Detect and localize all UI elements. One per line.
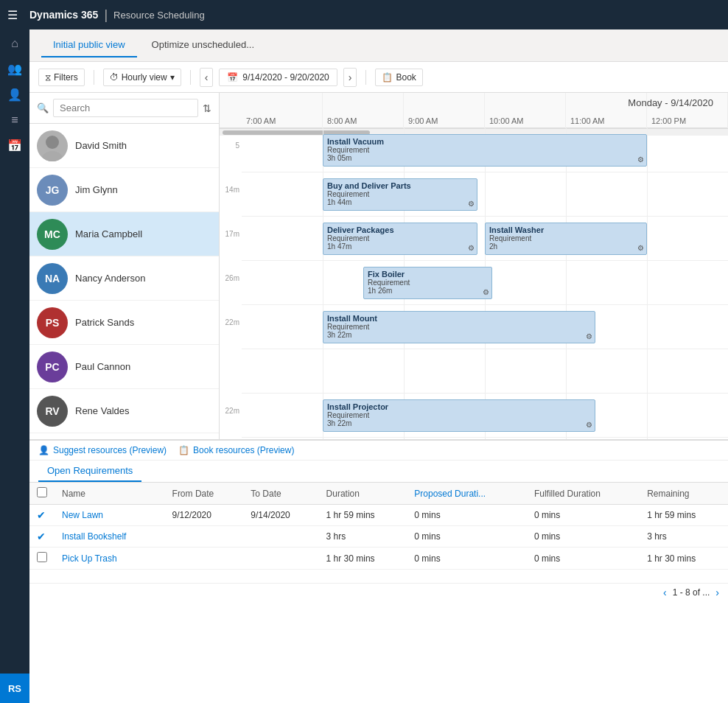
person-icon[interactable]: 👤 — [7, 88, 22, 102]
hamburger-icon[interactable]: ☰ — [7, 8, 18, 22]
next-date-button[interactable]: › — [343, 68, 357, 87]
resource-row[interactable]: PS Patrick Sands — [29, 301, 219, 345]
booking-card[interactable]: Install Mount Requirement 3h 22m ⚙ — [323, 311, 595, 343]
book-resources-icon: 📋 — [178, 445, 189, 455]
tab-initial-public-view[interactable]: Initial public view — [41, 33, 137, 57]
booking-settings-icon: ⚙ — [468, 244, 475, 252]
table-cell-fulfilled: 0 mins — [527, 526, 640, 548]
booking-card[interactable]: Install Vacuum Requirement 3h 05m ⚙ — [323, 134, 647, 167]
booking-sub: Requirement — [368, 279, 488, 287]
tab-optimize-unscheduled[interactable]: Optimize unscheduled... — [140, 33, 266, 57]
search-bar: 🔍 ⇅ — [29, 93, 219, 124]
bottom-actions: 👤 Suggest resources (Preview) 📋 Book res… — [29, 441, 728, 461]
table-cell-duration: 1 hr 59 mins — [319, 505, 407, 526]
table-header-fulfilled: Fulfilled Duration — [527, 483, 640, 505]
sidebar-icons: ⌂ 👥 👤 ≡ 📅 ⚙ — [0, 29, 29, 703]
filters-button[interactable]: ⧖ Filters — [38, 69, 85, 86]
table-cell-checkbox: ✔ — [29, 505, 55, 526]
resource-name: Patrick Sands — [75, 317, 134, 328]
time-slot-10am: 10:00 AM — [485, 93, 566, 128]
users-icon[interactable]: 👥 — [7, 62, 22, 76]
toolbar-divider3 — [365, 70, 366, 85]
booking-duration: 1h 44m — [327, 198, 473, 206]
avatar — [37, 130, 68, 161]
resource-row[interactable]: PC Paul Cannon — [29, 345, 219, 389]
resource-row[interactable]: David Smith — [29, 124, 219, 168]
rs-badge: RS — [0, 674, 29, 703]
prev-page-button[interactable]: ‹ — [663, 587, 667, 598]
calendar-range-icon: 📅 — [227, 72, 238, 83]
nav-divider: | — [104, 7, 108, 23]
booking-settings-icon: ⚙ — [637, 244, 644, 252]
table-header-checkbox — [29, 483, 55, 505]
booking-title: Fix Boiler — [368, 270, 488, 279]
row-checkbox[interactable] — [37, 552, 47, 562]
booking-card[interactable]: Fix Boiler Requirement 1h 26m ⚙ — [363, 267, 492, 299]
hourly-view-button[interactable]: ⏱ Hourly view ▾ — [103, 69, 181, 86]
table-cell-duration: 1 hr 30 mins — [319, 548, 407, 570]
table-cell-to — [243, 548, 318, 570]
next-page-button[interactable]: › — [715, 587, 719, 598]
booking-sub: Requirement — [327, 146, 643, 154]
avatar: NA — [37, 263, 68, 294]
checkmark-icon: ✔ — [37, 531, 46, 542]
booking-card[interactable]: Deliver Packages Requirement 1h 47m ⚙ — [323, 223, 477, 255]
resource-row[interactable]: NA Nancy Anderson — [29, 256, 219, 301]
requirement-link[interactable]: Install Bookshelf — [62, 531, 126, 542]
book-icon: 📋 — [382, 72, 393, 83]
requirement-link[interactable]: Pick Up Trash — [62, 553, 117, 564]
booking-duration: 3h 22m — [327, 331, 591, 339]
bottom-panel: 👤 Suggest resources (Preview) 📋 Book res… — [29, 439, 728, 601]
booking-duration: 1h 26m — [368, 287, 488, 295]
list-icon[interactable]: ≡ — [11, 113, 18, 127]
sort-icon[interactable]: ⇅ — [203, 102, 211, 114]
booking-title: Buy and Deliver Parts — [327, 181, 473, 190]
home-icon[interactable]: ⌂ — [11, 37, 18, 50]
booking-card[interactable]: Install Projector Requirement 3h 22m ⚙ — [323, 399, 595, 432]
booking-duration: 2h — [489, 242, 643, 251]
prev-date-button[interactable]: ‹ — [200, 68, 214, 87]
table-header-proposed[interactable]: Proposed Durati... — [407, 483, 527, 505]
resource-name: Paul Cannon — [75, 361, 130, 372]
booking-title: Deliver Packages — [327, 225, 473, 234]
booking-settings-icon: ⚙ — [586, 421, 592, 429]
time-header: 7:00 AM 8:00 AM 9:00 AM 10:00 AM 11:00 A… — [220, 93, 728, 128]
booking-settings-icon: ⚙ — [586, 332, 592, 340]
avatar: JG — [37, 175, 68, 206]
requirement-link[interactable]: New Lawn — [62, 510, 103, 520]
resource-name: David Smith — [75, 140, 127, 151]
suggest-resources-button[interactable]: 👤 Suggest resources (Preview) — [38, 445, 167, 455]
avatar: MC — [37, 219, 68, 250]
table-row: Pick Up Trash 1 hr 30 mins 0 mins 0 mins… — [29, 548, 728, 570]
booking-card[interactable]: Buy and Deliver Parts Requirement 1h 44m… — [323, 178, 477, 211]
resource-name: Maria Campbell — [75, 228, 142, 239]
booking-card[interactable]: Install Washer Requirement 2h ⚙ — [485, 223, 647, 255]
search-input[interactable] — [53, 99, 198, 117]
chevron-down-icon: ▾ — [170, 72, 175, 83]
booking-title: Install Washer — [489, 225, 643, 234]
select-all-checkbox[interactable] — [37, 487, 47, 497]
table-cell-from — [165, 526, 244, 548]
date-range-button[interactable]: 📅 9/14/2020 - 9/20/2020 — [219, 69, 337, 86]
schedule-area: 🔍 ⇅ David Smith JG Jim Glynn MC — [29, 93, 728, 439]
booking-sub: Requirement — [489, 234, 643, 242]
calendar-icon[interactable]: 📅 — [7, 139, 22, 153]
book-button[interactable]: 📋 Book — [375, 69, 422, 86]
table-header-from: From Date — [165, 483, 244, 505]
booking-settings-icon: ⚙ — [637, 155, 644, 164]
time-slot-7am: 7:00 AM — [242, 93, 323, 128]
booking-duration: 3h 05m — [327, 154, 643, 162]
resource-row[interactable]: MC Maria Campbell — [29, 212, 219, 256]
table-cell-to: 9/14/2020 — [243, 505, 318, 526]
day-label: Monday - 9/14/2020 — [628, 97, 713, 108]
req-tab-open[interactable]: Open Requirements — [38, 461, 141, 482]
resource-row[interactable]: RL Robert Lyon — [29, 433, 219, 439]
top-navigation: ☰ Dynamics 365 | Resource Scheduling — [0, 0, 728, 29]
resource-row[interactable]: RV Rene Valdes — [29, 389, 219, 433]
resource-row[interactable]: JG Jim Glynn — [29, 168, 219, 212]
grid-body[interactable]: Install Vacuum Requirement 3h 05m ⚙ Fix … — [220, 128, 728, 439]
book-resources-button[interactable]: 📋 Book resources (Preview) — [178, 445, 294, 455]
booking-sub: Requirement — [327, 234, 473, 242]
booking-settings-icon: ⚙ — [468, 200, 475, 208]
pagination: ‹ 1 - 8 of ... › — [29, 583, 728, 601]
